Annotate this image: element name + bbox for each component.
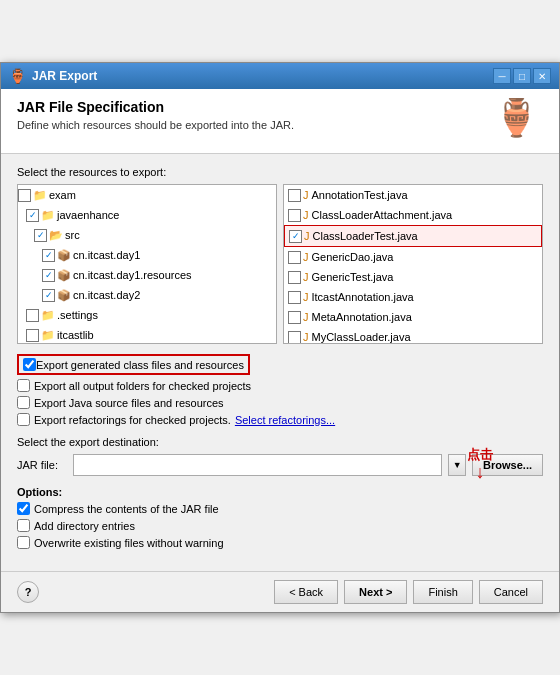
file-label-classloadertest: ClassLoaderTest.java <box>313 227 418 245</box>
bottom-bar: ? < Back Next > Finish Cancel <box>1 571 559 612</box>
tree-item-day1[interactable]: ✓ 📦 cn.itcast.day1 <box>42 245 276 265</box>
cancel-button[interactable]: Cancel <box>479 580 543 604</box>
tree-checkbox-itcastlib[interactable] <box>26 329 39 342</box>
file-checkbox-itcastannotation[interactable] <box>288 291 301 304</box>
title-bar-left: 🏺 JAR Export <box>9 68 97 84</box>
tree-package-icon-day1res: 📦 <box>57 266 71 284</box>
java-file-icon-4: J <box>303 248 309 266</box>
file-checkbox-classloadertest[interactable]: ✓ <box>289 230 302 243</box>
add-dir-checkbox[interactable] <box>17 519 30 532</box>
title-bar: 🏺 JAR Export ─ □ ✕ <box>1 63 559 89</box>
export-options-section: Export generated class files and resourc… <box>17 354 543 426</box>
export-refactor-checkbox[interactable] <box>17 413 30 426</box>
file-item-classloaderattachment[interactable]: J ClassLoaderAttachment.java <box>284 205 542 225</box>
jar-image: 🏺 <box>494 97 539 139</box>
file-checkbox-metaannotation[interactable] <box>288 311 301 324</box>
export-source-label[interactable]: Export Java source files and resources <box>34 397 224 409</box>
tree-folder-icon-exam: 📁 <box>33 186 47 204</box>
options-label: Options: <box>17 486 543 498</box>
jar-file-input[interactable] <box>73 454 442 476</box>
tree-label-src: src <box>65 226 80 244</box>
file-item-classloadertest[interactable]: ✓ J ClassLoaderTest.java <box>284 225 542 247</box>
help-button[interactable]: ? <box>17 581 39 603</box>
finish-button[interactable]: Finish <box>413 580 472 604</box>
tree-label-settings: .settings <box>57 306 98 324</box>
tree-src-icon: 📂 <box>49 226 63 244</box>
java-file-icon: J <box>303 186 309 204</box>
java-file-icon-6: J <box>303 288 309 306</box>
export-source-row: Export Java source files and resources <box>17 396 543 409</box>
export-source-checkbox[interactable] <box>17 396 30 409</box>
file-checkbox-genericdao[interactable] <box>288 251 301 264</box>
jar-dropdown-button[interactable]: ▼ <box>448 454 466 476</box>
jar-export-window: 🏺 JAR Export ─ □ ✕ JAR File Specificatio… <box>0 62 560 613</box>
annotation-overlay: 点击 ↓ <box>467 446 493 483</box>
build-options-section: Options: Compress the contents of the JA… <box>17 486 543 549</box>
export-refactor-label[interactable]: Export refactorings for checked projects… <box>34 414 231 426</box>
overwrite-checkbox[interactable] <box>17 536 30 549</box>
tree-checkbox-settings[interactable] <box>26 309 39 322</box>
tree-item-javaenhance[interactable]: ✓ 📁 javaenhance <box>26 205 276 225</box>
select-refactorings-link[interactable]: Select refactorings... <box>235 414 335 426</box>
file-item-generictest[interactable]: J GenericTest.java <box>284 267 542 287</box>
export-class-label[interactable]: Export generated class files and resourc… <box>36 359 244 371</box>
tree-checkbox-day1res[interactable]: ✓ <box>42 269 55 282</box>
tree-checkbox-day1[interactable]: ✓ <box>42 249 55 262</box>
tree-checkbox-javaenhance[interactable]: ✓ <box>26 209 39 222</box>
tree-item-day2[interactable]: ✓ 📦 cn.itcast.day2 <box>42 285 276 305</box>
tree-label-exam: exam <box>49 186 76 204</box>
tree-item-src[interactable]: ✓ 📂 src <box>34 225 276 245</box>
file-item-genericdao[interactable]: J GenericDao.java <box>284 247 542 267</box>
file-checkbox-classloaderattachment[interactable] <box>288 209 301 222</box>
tree-label-itcastlib: itcastlib <box>57 326 94 344</box>
java-file-icon-7: J <box>303 308 309 326</box>
tree-folder-icon-javaenhance: 📁 <box>41 206 55 224</box>
overwrite-label[interactable]: Overwrite existing files without warning <box>34 537 224 549</box>
close-button[interactable]: ✕ <box>533 68 551 84</box>
file-label-itcastannotation: ItcastAnnotation.java <box>312 288 414 306</box>
compress-checkbox[interactable] <box>17 502 30 515</box>
tree-item-exam[interactable]: 📁 exam <box>18 185 276 205</box>
tree-label-javaenhance: javaenhance <box>57 206 119 224</box>
minimize-button[interactable]: ─ <box>493 68 511 84</box>
tree-item-itcastlib[interactable]: 📁 itcastlib <box>26 325 276 344</box>
file-checkbox-myclassloader[interactable] <box>288 331 301 344</box>
export-class-row: Export generated class files and resourc… <box>17 354 250 375</box>
next-button[interactable]: Next > <box>344 580 407 604</box>
file-item-myclassloader[interactable]: J MyClassLoader.java <box>284 327 542 344</box>
tree-checkbox-exam[interactable] <box>18 189 31 202</box>
tree-item-day1res[interactable]: ✓ 📦 cn.itcast.day1.resources <box>42 265 276 285</box>
jar-row: JAR file: ▼ Browse... <box>17 454 543 476</box>
java-file-icon-8: J <box>303 328 309 344</box>
export-refactor-row: Export refactorings for checked projects… <box>17 413 543 426</box>
tree-checkbox-src[interactable]: ✓ <box>34 229 47 242</box>
file-label-annotationtest: AnnotationTest.java <box>312 186 408 204</box>
tree-panel[interactable]: 📁 exam ✓ 📁 javaenhance ✓ 📂 src ✓ <box>17 184 277 344</box>
java-file-icon-5: J <box>303 268 309 286</box>
file-item-annotationtest[interactable]: J AnnotationTest.java <box>284 185 542 205</box>
destination-section: Select the export destination: JAR file:… <box>17 436 543 476</box>
header-area: JAR File Specification Define which reso… <box>1 89 559 154</box>
tree-checkbox-day2[interactable]: ✓ <box>42 289 55 302</box>
file-panel[interactable]: J AnnotationTest.java J ClassLoaderAttac… <box>283 184 543 344</box>
file-item-metaannotation[interactable]: J MetaAnnotation.java <box>284 307 542 327</box>
file-item-itcastannotation[interactable]: J ItcastAnnotation.java <box>284 287 542 307</box>
file-label-generictest: GenericTest.java <box>312 268 394 286</box>
file-checkbox-annotationtest[interactable] <box>288 189 301 202</box>
maximize-button[interactable]: □ <box>513 68 531 84</box>
tree-package-icon-day2: 📦 <box>57 286 71 304</box>
java-file-icon-2: J <box>303 206 309 224</box>
export-class-checkbox[interactable] <box>23 358 36 371</box>
file-checkbox-generictest[interactable] <box>288 271 301 284</box>
title-bar-buttons: ─ □ ✕ <box>493 68 551 84</box>
window-title: JAR Export <box>32 69 97 83</box>
compress-label[interactable]: Compress the contents of the JAR file <box>34 503 219 515</box>
back-button[interactable]: < Back <box>274 580 338 604</box>
add-dir-label[interactable]: Add directory entries <box>34 520 135 532</box>
tree-label-day1res: cn.itcast.day1.resources <box>73 266 192 284</box>
file-label-classloaderattachment: ClassLoaderAttachment.java <box>312 206 453 224</box>
export-output-label[interactable]: Export all output folders for checked pr… <box>34 380 251 392</box>
export-output-checkbox[interactable] <box>17 379 30 392</box>
tree-item-settings[interactable]: 📁 .settings <box>26 305 276 325</box>
tree-section-label: Select the resources to export: <box>17 166 543 178</box>
